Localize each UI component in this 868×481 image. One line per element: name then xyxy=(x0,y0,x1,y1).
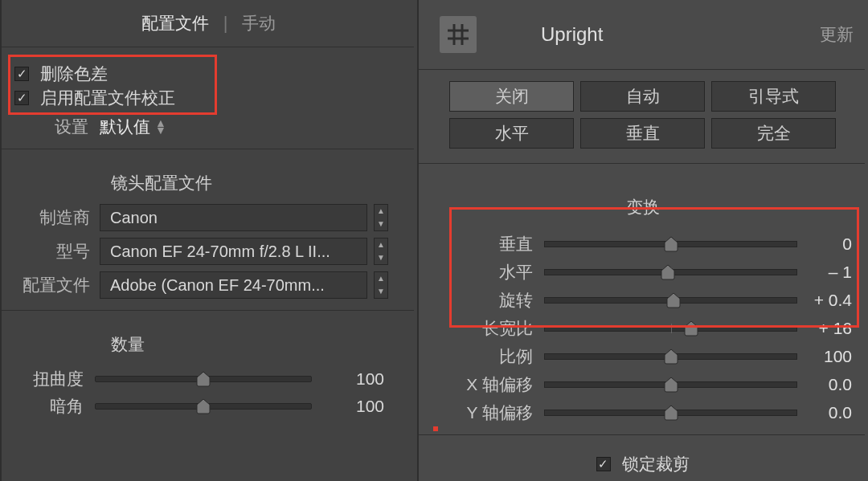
slider-label: 垂直 xyxy=(440,233,544,255)
slider-row: 暗角100 xyxy=(0,393,417,420)
transform-title: 变换 xyxy=(417,196,868,218)
slider-track[interactable] xyxy=(544,353,797,360)
center-tick xyxy=(671,324,672,333)
settings-dropdown[interactable]: 默认值 ▲▼ xyxy=(100,116,166,138)
slider-thumb[interactable] xyxy=(683,320,699,336)
lens-corrections-panel: 配置文件 | 手动 ✓ 删除色差 ✓ 启用配置文件校正 设置 默认值 ▲▼ 镜头… xyxy=(0,0,417,481)
seg-guided[interactable]: 引导式 xyxy=(711,81,836,112)
profile-label: 配置文件 xyxy=(0,274,100,296)
seg-level[interactable]: 水平 xyxy=(449,118,574,149)
settings-label: 设置 xyxy=(0,116,100,138)
model-select[interactable]: Canon EF 24-70mm f/2.8 L II... xyxy=(100,238,367,265)
seg-vertical[interactable]: 垂直 xyxy=(580,118,705,149)
lock-crop-label: 锁定裁剪 xyxy=(622,453,690,475)
checkbox-label: 删除色差 xyxy=(40,63,108,85)
slider-label: 长宽比 xyxy=(440,317,544,340)
slider-track[interactable] xyxy=(95,403,312,410)
slider-thumb[interactable] xyxy=(663,349,679,365)
checkbox-row-remove-chromatic: ✓ 删除色差 xyxy=(0,62,417,86)
slider-track[interactable] xyxy=(544,241,797,247)
slider-track[interactable] xyxy=(544,297,797,304)
highlight-box xyxy=(433,426,438,431)
slider-row: 比例100 xyxy=(440,342,868,370)
lens-profile-title: 镜头配置文件 xyxy=(111,172,417,194)
segmented-row-2: 水平 垂直 完全 xyxy=(449,118,836,149)
divider xyxy=(417,0,419,481)
upright-title: Upright xyxy=(541,23,820,46)
slider-track[interactable] xyxy=(544,410,797,416)
seg-auto[interactable]: 自动 xyxy=(580,81,705,112)
slider-value[interactable]: 100 xyxy=(809,347,868,366)
slider-label: 旋转 xyxy=(440,289,544,312)
slider-thumb[interactable] xyxy=(665,292,682,308)
slider-value[interactable]: + 0.4 xyxy=(809,291,868,310)
slider-label: 水平 xyxy=(440,261,544,283)
spinner-up-down-icon[interactable]: ▲▼ xyxy=(374,271,388,299)
slider-value[interactable]: – 1 xyxy=(809,263,868,282)
manufacturer-label: 制造商 xyxy=(0,206,100,229)
slider-value[interactable]: 0.0 xyxy=(809,375,868,394)
slider-label: Y 轴偏移 xyxy=(440,402,544,424)
slider-value[interactable]: + 16 xyxy=(809,319,868,338)
tab-profile[interactable]: 配置文件 xyxy=(127,12,223,35)
slider-row: X 轴偏移0.0 xyxy=(440,370,868,398)
amount-title: 数量 xyxy=(111,333,417,356)
profile-select[interactable]: Adobe (Canon EF 24-70mm... xyxy=(100,271,367,299)
manufacturer-select[interactable]: Canon xyxy=(100,204,367,231)
slider-label: 扭曲度 xyxy=(0,368,95,390)
checkbox-enable-profile[interactable]: ✓ xyxy=(14,91,29,105)
slider-value[interactable]: 0 xyxy=(809,234,868,254)
slider-value[interactable]: 100 xyxy=(312,369,384,389)
slider-value[interactable]: 0.0 xyxy=(809,403,868,422)
tabs: 配置文件 | 手动 xyxy=(0,0,417,47)
seg-off[interactable]: 关闭 xyxy=(449,81,574,112)
spinner-up-down-icon[interactable]: ▲▼ xyxy=(374,204,388,231)
model-label: 型号 xyxy=(0,240,100,263)
divider xyxy=(417,434,865,435)
spinner-up-down-icon[interactable]: ▲▼ xyxy=(374,238,388,265)
checkbox-row-enable-profile: ✓ 启用配置文件校正 xyxy=(0,86,417,110)
tab-manual[interactable]: 手动 xyxy=(227,12,290,35)
slider-thumb[interactable] xyxy=(195,398,211,414)
divider xyxy=(0,310,414,311)
divider xyxy=(417,163,865,164)
update-button[interactable]: 更新 xyxy=(820,23,854,46)
slider-thumb[interactable] xyxy=(195,371,211,387)
checkbox-label: 启用配置文件校正 xyxy=(40,87,175,109)
upright-icon[interactable] xyxy=(440,16,477,53)
slider-track[interactable] xyxy=(544,325,797,332)
slider-row: 水平– 1 xyxy=(440,258,868,286)
slider-label: 比例 xyxy=(440,345,544,368)
segmented-row-1: 关闭 自动 引导式 xyxy=(449,81,836,112)
slider-track[interactable] xyxy=(544,381,797,388)
updown-icon: ▲▼ xyxy=(155,120,166,134)
slider-thumb[interactable] xyxy=(663,236,679,252)
slider-thumb[interactable] xyxy=(660,264,676,280)
slider-row: 扭曲度100 xyxy=(0,365,417,393)
slider-label: X 轴偏移 xyxy=(440,373,544,396)
divider xyxy=(0,0,2,481)
slider-thumb[interactable] xyxy=(663,405,679,421)
slider-value[interactable]: 100 xyxy=(312,397,384,416)
divider xyxy=(0,149,414,149)
settings-value: 默认值 xyxy=(100,116,150,138)
checkbox-lock-crop[interactable]: ✓ xyxy=(596,457,611,471)
slider-track[interactable] xyxy=(95,376,312,382)
slider-row: 垂直0 xyxy=(440,230,868,258)
slider-row: 旋转+ 0.4 xyxy=(440,286,868,314)
checkbox-remove-chromatic[interactable]: ✓ xyxy=(14,67,29,81)
slider-thumb[interactable] xyxy=(663,377,679,393)
seg-full[interactable]: 完全 xyxy=(711,118,836,149)
slider-label: 暗角 xyxy=(0,395,95,418)
slider-row: 长宽比+ 16 xyxy=(440,314,868,342)
slider-track[interactable] xyxy=(544,269,797,275)
transform-panel: Upright 更新 关闭 自动 引导式 水平 垂直 完全 变换 垂直0水平– … xyxy=(417,0,868,481)
slider-row: Y 轴偏移0.0 xyxy=(440,398,868,426)
